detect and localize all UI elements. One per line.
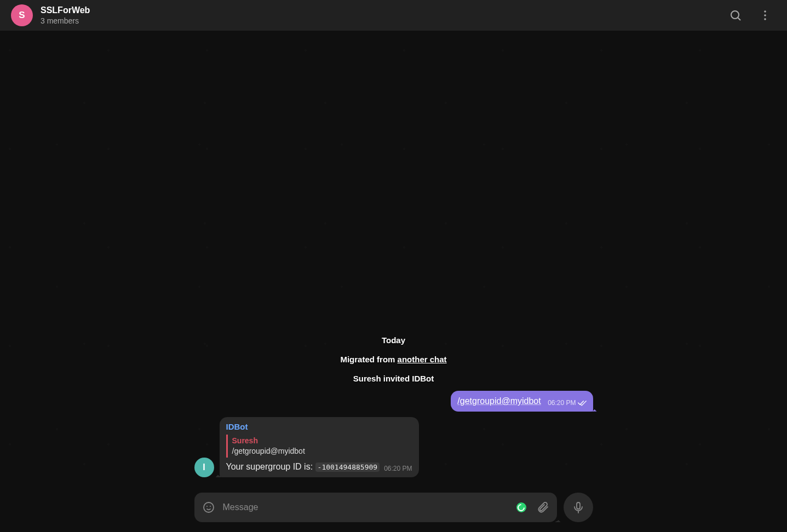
- attach-button[interactable]: [535, 500, 550, 515]
- svg-point-3: [764, 14, 766, 16]
- microphone-icon: [572, 501, 585, 514]
- sender-avatar[interactable]: I: [194, 458, 214, 477]
- message-composer: [194, 493, 557, 522]
- svg-point-5: [204, 502, 214, 512]
- service-migrated-prefix: Migrated from: [340, 355, 397, 364]
- more-menu-button[interactable]: [754, 4, 776, 26]
- service-invite: Suresh invited IDBot: [348, 372, 440, 385]
- composer-row: [194, 493, 593, 522]
- reply-text: /getgroupid@myidbot: [232, 446, 412, 456]
- smile-icon: [202, 501, 215, 514]
- chat-title: SSLForWeb: [41, 5, 90, 15]
- message-input[interactable]: [223, 502, 510, 512]
- svg-point-7: [210, 506, 211, 507]
- chat-info[interactable]: SSLForWeb 3 members: [41, 5, 90, 25]
- message-text: /getgroupid@myidbot: [457, 396, 541, 406]
- voice-message-button[interactable]: [564, 493, 593, 522]
- message-body: Your supergroup ID is: -1001494885909 06…: [226, 461, 412, 473]
- service-migrated: Migrated from another chat: [335, 352, 452, 366]
- reply-preview[interactable]: Suresh /getgroupid@myidbot: [226, 435, 412, 458]
- chat-member-count: 3 members: [41, 16, 90, 26]
- svg-rect-8: [577, 502, 580, 509]
- search-icon: [729, 9, 742, 22]
- message-bubble-incoming[interactable]: IDBot Suresh /getgroupid@myidbot Your su…: [220, 417, 419, 477]
- message-time: 06:20 PM: [384, 464, 412, 473]
- paperclip-icon: [536, 501, 549, 514]
- another-chat-link[interactable]: another chat: [398, 355, 447, 364]
- chat-avatar[interactable]: S: [11, 4, 33, 26]
- emoji-button[interactable]: [201, 500, 216, 515]
- double-check-icon: [578, 400, 587, 406]
- sender-name[interactable]: IDBot: [226, 421, 412, 432]
- svg-point-0: [731, 11, 739, 19]
- message-meta: 06:20 PM: [548, 398, 586, 407]
- message-row-outgoing: /getgroupid@myidbot 06:20 PM: [194, 391, 593, 412]
- svg-point-2: [764, 10, 766, 13]
- chat-header: S SSLForWeb 3 members: [0, 0, 787, 31]
- message-row-incoming: I IDBot Suresh /getgroupid@myidbot Your …: [194, 417, 593, 477]
- group-id-code[interactable]: -1001494885909: [315, 462, 380, 472]
- messages-area[interactable]: Today Migrated from another chat Suresh …: [0, 31, 787, 532]
- message-body-prefix: Your supergroup ID is:: [226, 462, 315, 471]
- svg-line-1: [738, 18, 741, 21]
- reply-sender-name: Suresh: [232, 436, 412, 446]
- date-divider[interactable]: Today: [376, 333, 411, 347]
- search-button[interactable]: [725, 4, 746, 26]
- message-bubble-outgoing[interactable]: /getgroupid@myidbot 06:20 PM: [451, 391, 593, 412]
- message-time: 06:20 PM: [548, 398, 576, 407]
- grammarly-icon[interactable]: [516, 502, 526, 512]
- more-vertical-icon: [759, 9, 772, 22]
- svg-point-4: [764, 18, 766, 20]
- svg-point-6: [206, 506, 208, 507]
